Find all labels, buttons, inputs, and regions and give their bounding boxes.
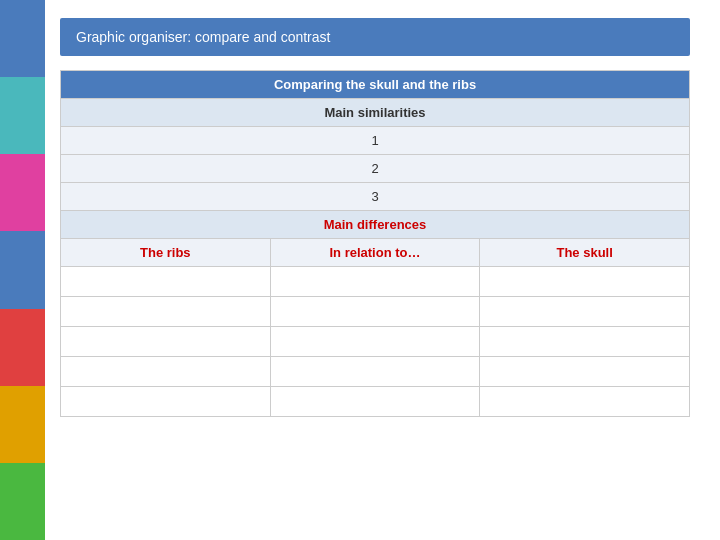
comparing-title-row: Comparing the skull and the ribs bbox=[61, 71, 690, 99]
diff-cell-2-right bbox=[480, 297, 690, 327]
differences-header-cell: Main differences bbox=[61, 211, 690, 239]
similarity-cell-2: 2 bbox=[61, 155, 690, 183]
diff-cell-3-left bbox=[61, 327, 271, 357]
sidebar bbox=[0, 0, 45, 540]
sidebar-strip-2 bbox=[0, 77, 45, 154]
diff-cell-5-mid bbox=[270, 387, 480, 417]
sidebar-strip-3 bbox=[0, 154, 45, 231]
col-header-mid: In relation to… bbox=[270, 239, 480, 267]
sidebar-strip-7 bbox=[0, 463, 45, 540]
similarity-row-1: 1 bbox=[61, 127, 690, 155]
similarity-cell-1: 1 bbox=[61, 127, 690, 155]
diff-cell-3-right bbox=[480, 327, 690, 357]
similarity-row-3: 3 bbox=[61, 183, 690, 211]
diff-row-3 bbox=[61, 327, 690, 357]
diff-cell-3-mid bbox=[270, 327, 480, 357]
diff-row-2 bbox=[61, 297, 690, 327]
similarity-row-2: 2 bbox=[61, 155, 690, 183]
diff-row-5 bbox=[61, 387, 690, 417]
col-headers-row: The ribs In relation to… The skull bbox=[61, 239, 690, 267]
diff-cell-5-left bbox=[61, 387, 271, 417]
diff-cell-1-right bbox=[480, 267, 690, 297]
diff-cell-4-mid bbox=[270, 357, 480, 387]
comparing-title-cell: Comparing the skull and the ribs bbox=[61, 71, 690, 99]
diff-cell-5-right bbox=[480, 387, 690, 417]
similarities-header-cell: Main similarities bbox=[61, 99, 690, 127]
col-header-left: The ribs bbox=[61, 239, 271, 267]
diff-cell-1-mid bbox=[270, 267, 480, 297]
header-bar: Graphic organiser: compare and contrast bbox=[60, 18, 690, 56]
sidebar-strip-1 bbox=[0, 0, 45, 77]
diff-cell-2-left bbox=[61, 297, 271, 327]
diff-cell-1-left bbox=[61, 267, 271, 297]
similarities-header-row: Main similarities bbox=[61, 99, 690, 127]
col-header-right: The skull bbox=[480, 239, 690, 267]
diff-row-1 bbox=[61, 267, 690, 297]
sidebar-strip-5 bbox=[0, 309, 45, 386]
diff-cell-4-left bbox=[61, 357, 271, 387]
differences-header-row: Main differences bbox=[61, 211, 690, 239]
similarity-cell-3: 3 bbox=[61, 183, 690, 211]
diff-row-4 bbox=[61, 357, 690, 387]
sidebar-strip-6 bbox=[0, 386, 45, 463]
main-content: Comparing the skull and the ribs Main si… bbox=[60, 70, 690, 510]
sidebar-strip-4 bbox=[0, 231, 45, 308]
header-title: Graphic organiser: compare and contrast bbox=[76, 29, 330, 45]
diff-cell-4-right bbox=[480, 357, 690, 387]
diff-cell-2-mid bbox=[270, 297, 480, 327]
organiser-table: Comparing the skull and the ribs Main si… bbox=[60, 70, 690, 417]
